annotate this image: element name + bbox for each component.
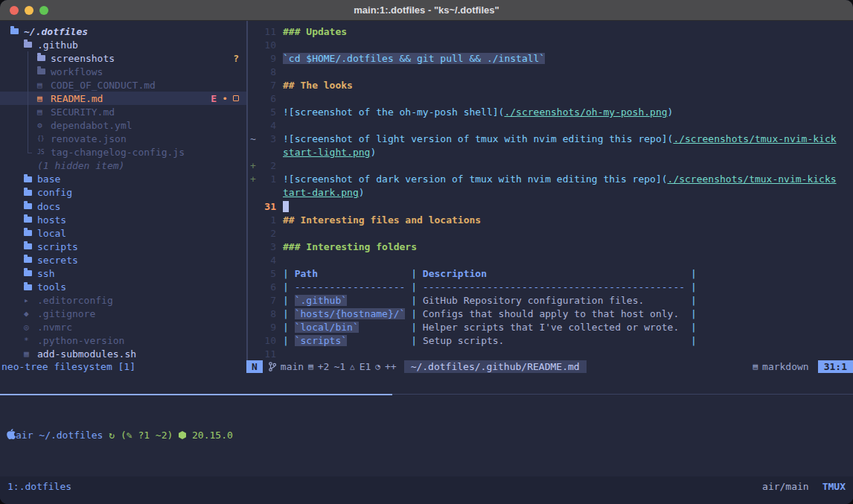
tree-item[interactable]: ▤README.mdE• [0, 92, 246, 105]
tree-item-label: hosts [37, 214, 66, 226]
error-badge: E [211, 93, 217, 104]
tree-item[interactable]: ◆.gitignore [0, 307, 246, 321]
tree-item[interactable]: secrets [0, 253, 246, 267]
tree-item[interactable]: tools [0, 280, 246, 293]
tree-item-label: .editorconfig [37, 295, 113, 306]
editor-line[interactable]: +2 [248, 159, 853, 173]
tmux-window-label[interactable]: 1:.dotfiles [7, 481, 71, 492]
minimize-button[interactable] [25, 6, 33, 15]
tree-item[interactable]: ▸.editorconfig [0, 294, 246, 307]
tree-item[interactable]: config [0, 186, 246, 200]
editor-line[interactable]: 9| `local/bin` | Helper scripts that I'v… [248, 321, 853, 334]
gutter-sign: ~ [248, 133, 257, 144]
tree-item[interactable]: docs [0, 200, 246, 213]
editor-line[interactable]: +1![screenshot of dark version of tmux w… [248, 173, 853, 186]
line-text: | `.github` | GitHub Repository configur… [276, 295, 697, 306]
tree-item[interactable]: ▤SECURITY.md [0, 105, 246, 118]
tree-item[interactable]: workflows [0, 65, 246, 78]
editor-line[interactable]: tart-dark.png) [248, 186, 853, 200]
tree-item[interactable]: ⚙dependabot.yml [0, 119, 246, 133]
file-tree[interactable]: ~/.dotfiles.githubscreenshots?workflows▤… [0, 21, 246, 360]
line-text: ![screenshot of the oh-my-posh shell](./… [276, 106, 673, 118]
tree-item-label: .gitignore [37, 308, 95, 319]
editor-line[interactable]: 6| ------------------- | ---------------… [248, 280, 853, 293]
mode-indicator: N [246, 360, 263, 373]
editor-line[interactable]: 7| `.github` | GitHub Repository configu… [248, 294, 853, 307]
tree-item-label: .github [37, 39, 78, 51]
editor-line[interactable]: 1## Interesting files and locations [248, 213, 853, 226]
line-number: 1 [257, 173, 276, 185]
tree-item[interactable]: base [0, 173, 246, 186]
tree-item-label: tag-changelog-config.js [51, 147, 185, 158]
tree-item[interactable]: ▤CODE_OF_CONDUCT.md [0, 78, 246, 92]
tree-item[interactable]: screenshots? [0, 51, 246, 65]
tree-item[interactable]: JStag-changelog-config.js [0, 146, 246, 159]
folder-open-icon [24, 42, 32, 48]
tree-item[interactable]: .github [0, 38, 246, 51]
editor-line[interactable]: 10| `scripts` | Setup scripts. | [248, 334, 853, 348]
tree-item-label: README.md [51, 93, 103, 104]
tree-item[interactable]: (1 hidden item) [0, 159, 246, 173]
editor-buffer[interactable]: 11### Updates109`cd $HOME/.dotfiles && g… [248, 21, 853, 360]
tree-item-label: SECURITY.md [51, 106, 115, 118]
tree-item[interactable]: ~/.dotfiles [0, 25, 246, 38]
diagnostics-count: E1 [360, 361, 371, 372]
line-text: ## The looks [276, 80, 353, 91]
tree-item[interactable]: {}renovate.json [0, 133, 246, 146]
editor-line[interactable]: 8 [248, 65, 853, 78]
editor-line[interactable]: 6 [248, 92, 853, 105]
line-number: 10 [257, 335, 276, 346]
markdown-icon: ▤ [37, 108, 51, 116]
editor-line[interactable]: 4 [248, 253, 853, 267]
tree-item[interactable]: local [0, 226, 246, 240]
tree-item-label: scripts [37, 241, 78, 252]
window-title: main:1:.dotfiles - "ks~/.dotfiles" [354, 4, 499, 16]
editor-line[interactable]: 10 [248, 38, 853, 51]
markdown-icon: ▤ [753, 363, 758, 371]
line-number: 11 [257, 26, 276, 37]
markdown-icon: ▤ [37, 95, 51, 103]
editor-line[interactable]: 11 [248, 348, 853, 360]
editor-line[interactable]: 9`cd $HOME/.dotfiles && git pull && ./in… [248, 51, 853, 65]
tree-item[interactable]: ssh [0, 267, 246, 280]
editor-line[interactable]: 3### Interesting folders [248, 240, 853, 253]
editor-line[interactable]: 7## The looks [248, 78, 853, 92]
editorconfig-icon: ▸ [24, 296, 37, 304]
tree-item-label: (1 hidden item) [37, 160, 124, 171]
line-number: 3 [257, 133, 276, 144]
tmux-pane-border[interactable] [0, 394, 853, 395]
editor-line[interactable]: 11### Updates [248, 25, 853, 38]
updates-clock-icon: ◔ [375, 363, 380, 371]
tree-item[interactable]: scripts [0, 240, 246, 253]
line-number: 8 [257, 308, 276, 319]
editor-line[interactable]: start-light.png) [248, 146, 853, 159]
editor-line[interactable]: 5![screenshot of the oh-my-posh shell](.… [248, 105, 853, 118]
zoom-button[interactable] [39, 6, 48, 15]
line-number: 11 [257, 348, 276, 360]
editor-line[interactable]: 4 [248, 119, 853, 133]
shell-prompt[interactable]: air ~/.dotfiles ↻ (✎ ?1 ~2) 20.15.0 [7, 428, 233, 442]
folder-icon [24, 203, 32, 209]
folder-icon [24, 176, 32, 182]
editor-line[interactable]: 5| Path | Description | [248, 267, 853, 280]
editor-line[interactable]: 2 [248, 226, 853, 240]
tree-item-label: workflows [51, 66, 103, 77]
line-number: 9 [257, 322, 276, 333]
editor-line[interactable]: 8| `hosts/{hostname}/` | Configs that sh… [248, 307, 853, 321]
editor-line[interactable]: 31 [248, 200, 853, 213]
tree-item[interactable]: ◎.nvmrc [0, 321, 246, 334]
prompt-host: air [16, 430, 33, 441]
close-button[interactable] [10, 6, 19, 15]
line-text: ### Updates [276, 26, 347, 37]
tree-item-label: docs [37, 201, 60, 212]
tree-item[interactable]: *.python-version [0, 334, 246, 348]
line-number: 9 [257, 53, 276, 64]
line-number: 5 [257, 268, 276, 279]
tree-item-label: renovate.json [51, 133, 127, 144]
tree-item[interactable]: ▦add-submodules.sh [0, 348, 246, 360]
line-number: 4 [257, 255, 276, 266]
tree-item[interactable]: hosts [0, 213, 246, 226]
tree-item-label: dependabot.yml [51, 120, 132, 131]
editor-line[interactable]: ~3![screenshot of light version of tmux … [248, 133, 853, 146]
line-number: 6 [257, 281, 276, 293]
